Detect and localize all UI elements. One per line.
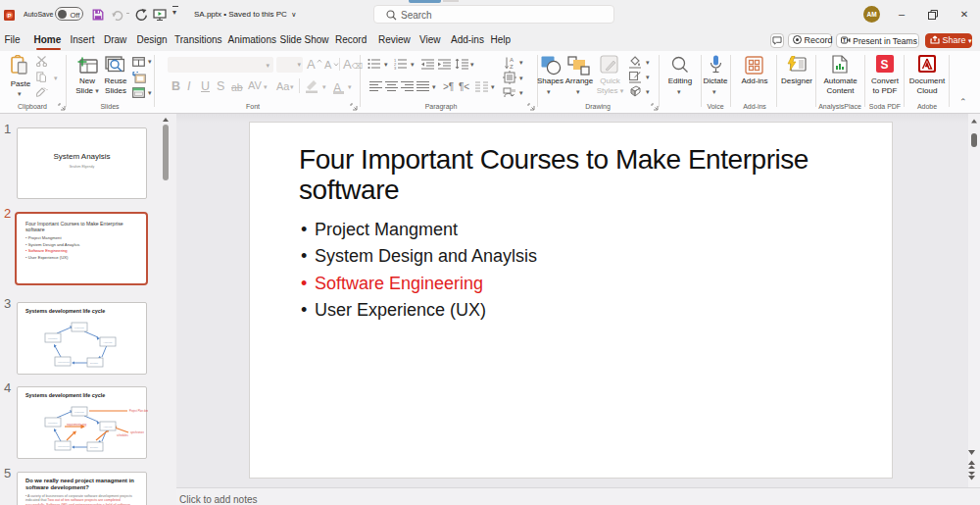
svg-text:Maintain: Maintain <box>48 337 58 340</box>
svg-text:Z: Z <box>510 64 514 70</box>
svg-text:A: A <box>510 57 514 63</box>
svg-text:Planning: Planning <box>74 411 84 414</box>
svg-text:S: S <box>881 58 889 72</box>
svg-text:P: P <box>7 12 11 19</box>
svg-text:Maintain: Maintain <box>48 422 58 425</box>
svg-text:Analysis: Analysis <box>103 341 113 344</box>
svg-text:requirements eng: requirements eng <box>67 423 87 427</box>
svg-text:Implement: Implement <box>58 361 70 364</box>
svg-text:3: 3 <box>394 66 397 71</box>
svg-text:Analysis: Analysis <box>103 426 113 429</box>
svg-text:Planning: Planning <box>74 327 84 329</box>
svg-text:Implement: Implement <box>58 445 70 448</box>
svg-text:T: T <box>843 37 847 43</box>
svg-text:schedules: schedules <box>117 433 128 437</box>
svg-text:Project Plan done: Project Plan done <box>129 409 148 413</box>
svg-text:synchronize: synchronize <box>130 430 144 434</box>
svg-text:Design: Design <box>90 362 98 365</box>
svg-text:Design: Design <box>90 446 98 449</box>
